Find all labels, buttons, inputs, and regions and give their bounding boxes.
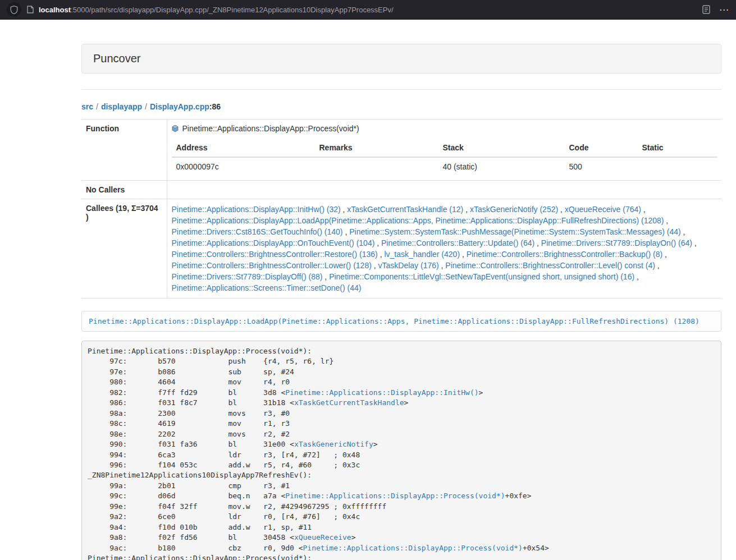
shield-icon[interactable] bbox=[7, 2, 21, 17]
callee-link[interactable]: Pinetime::System::SystemTask::PushMessag… bbox=[349, 227, 681, 236]
column-address: Address bbox=[172, 139, 315, 157]
highlighted-symbol-box: Pinetime::Applications::DisplayApp::Load… bbox=[81, 311, 721, 332]
callee-link[interactable]: Pinetime::Applications::DisplayApp::OnTo… bbox=[172, 238, 375, 247]
code-text: Pinetime::Applications::DisplayApp::Proc… bbox=[88, 347, 312, 355]
callee-separator: , bbox=[460, 250, 467, 259]
callee-link[interactable]: Pinetime::Controllers::BrightnessControl… bbox=[445, 261, 655, 270]
breadcrumb-line-number: :86 bbox=[209, 102, 221, 111]
function-line: Pinetime::Applications::DisplayApp::Proc… bbox=[172, 124, 717, 133]
breadcrumb-link-file[interactable]: DisplayApp.cpp bbox=[150, 102, 209, 111]
callee-separator: , bbox=[463, 205, 470, 214]
callee-separator: , bbox=[662, 250, 667, 259]
code-text: 9ac: b180 cbz r0, 9d0 < bbox=[88, 544, 303, 552]
code-text: 99c: d06d beq.n a7a < bbox=[88, 492, 285, 500]
code-text: 980: 4604 mov r4, r0 bbox=[88, 378, 290, 386]
code-symbol-link[interactable]: xQueueReceive bbox=[294, 533, 351, 541]
remarks-value bbox=[315, 157, 438, 176]
callee-separator: , bbox=[372, 261, 378, 270]
breadcrumb-separator: / bbox=[96, 102, 98, 111]
breadcrumb: src/displayapp/DisplayApp.cpp:86 bbox=[81, 102, 721, 111]
code-text: 98a: 2300 movs r3, #0 bbox=[88, 409, 290, 417]
code-symbol-link[interactable]: Pinetime::Applications::DisplayApp::Proc… bbox=[303, 544, 523, 552]
stack-value: 40 (static) bbox=[438, 157, 565, 176]
page-container: Puncover src/displayapp/DisplayApp.cpp:8… bbox=[81, 44, 721, 560]
code-text: 98c: 4619 mov r1, r3 bbox=[88, 419, 290, 428]
callee-link[interactable]: xTaskGenericNotify (252) bbox=[470, 205, 558, 214]
no-callers-label: No Callers bbox=[81, 181, 167, 199]
code-text: 990: f031 fa36 bl 31e00 < bbox=[88, 440, 294, 448]
callees-cell: Pinetime::Applications::DisplayApp::Init… bbox=[167, 199, 721, 299]
column-remarks: Remarks bbox=[315, 139, 438, 157]
code-symbol-link[interactable]: Pinetime::Applications::DisplayApp::Init… bbox=[285, 388, 478, 397]
no-callers-row: No Callers bbox=[81, 181, 721, 199]
callee-separator: , bbox=[655, 261, 660, 270]
code-text: > bbox=[373, 440, 378, 448]
code-text: 97e: b086 sub sp, #24 bbox=[88, 368, 294, 376]
code-symbol-link[interactable]: Pinetime::Applications::DisplayApp::Proc… bbox=[285, 492, 505, 500]
code-text: 9a4: f10d 010b add.w r1, sp, #11 bbox=[88, 523, 312, 531]
page-title: Puncover bbox=[93, 52, 710, 65]
code-text: > bbox=[351, 533, 356, 541]
callee-separator: , bbox=[322, 272, 329, 281]
callee-link[interactable]: Pinetime::Controllers::Battery::Update()… bbox=[381, 238, 534, 247]
shield-glyph bbox=[10, 6, 18, 14]
code-text: 98e: 2202 movs r2, #2 bbox=[88, 430, 290, 438]
column-static: Static bbox=[638, 139, 717, 157]
toolbar-right: ⋯ bbox=[702, 5, 729, 15]
callee-link[interactable]: Pinetime::Controllers::BrightnessControl… bbox=[172, 261, 372, 270]
callee-separator: , bbox=[343, 227, 350, 236]
callees-list: Pinetime::Applications::DisplayApp::Init… bbox=[172, 204, 717, 293]
callee-separator: , bbox=[439, 261, 446, 270]
code-text: 986: f031 f8c7 bl 31b18 < bbox=[88, 398, 294, 407]
breadcrumb-link-displayapp[interactable]: displayapp bbox=[101, 102, 142, 111]
highlighted-symbol-link[interactable]: Pinetime::Applications::DisplayApp::Load… bbox=[89, 317, 700, 325]
callee-link[interactable]: Pinetime::Drivers::Cst816S::GetTouchInfo… bbox=[172, 227, 343, 236]
url-text: localhost:5000/path/src/displayapp/Displ… bbox=[39, 6, 394, 14]
callee-separator: , bbox=[692, 238, 697, 247]
callee-link[interactable]: lv_task_handler (420) bbox=[384, 250, 460, 259]
breadcrumb-separator: / bbox=[145, 102, 147, 111]
callee-separator: , bbox=[534, 238, 541, 247]
callees-label: Callees (19, Σ=3704 ) bbox=[81, 199, 167, 299]
code-text: +0x54> bbox=[523, 544, 549, 552]
column-code: Code bbox=[565, 139, 638, 157]
detail-value-row: 0x0000097c 40 (static) 500 bbox=[172, 157, 717, 176]
code-text: 99e: f04f 32ff mov.w r2, #4294967295 ; 0… bbox=[88, 502, 386, 511]
callee-link[interactable]: Pinetime::Drivers::St7789::DisplayOn() (… bbox=[541, 238, 692, 247]
column-stack: Stack bbox=[438, 139, 565, 157]
callee-separator: , bbox=[681, 227, 685, 236]
breadcrumb-link-src[interactable]: src bbox=[81, 102, 93, 111]
callee-link[interactable]: Pinetime::Components::LittleVgl::SetNewT… bbox=[329, 272, 634, 281]
callee-link[interactable]: Pinetime::Applications::DisplayApp::Init… bbox=[172, 205, 341, 214]
reader-view-icon[interactable] bbox=[702, 5, 710, 14]
callee-link[interactable]: Pinetime::Controllers::BrightnessControl… bbox=[467, 250, 662, 259]
callees-row: Callees (19, Σ=3704 ) Pinetime::Applicat… bbox=[81, 199, 721, 299]
callee-separator: , bbox=[378, 250, 385, 259]
function-cell: Pinetime::Applications::DisplayApp::Proc… bbox=[167, 120, 721, 181]
code-size-value: 500 bbox=[565, 157, 638, 176]
code-text: > bbox=[404, 398, 409, 407]
browser-toolbar: localhost:5000/path/src/displayapp/Displ… bbox=[0, 0, 736, 20]
callee-link[interactable]: Pinetime::Applications::DisplayApp::Load… bbox=[172, 216, 664, 225]
url-bar[interactable]: localhost:5000/path/src/displayapp/Displ… bbox=[27, 6, 696, 14]
function-icon bbox=[172, 125, 179, 132]
callee-link[interactable]: xTaskGetCurrentTaskHandle (12) bbox=[347, 205, 463, 214]
callee-link[interactable]: xQueueReceive (764) bbox=[565, 205, 641, 214]
code-text: 97c: b570 push {r4, r5, r6, lr} bbox=[88, 357, 333, 365]
address-value: 0x0000097c bbox=[172, 157, 315, 176]
callee-separator: , bbox=[341, 205, 348, 214]
menu-icon[interactable]: ⋯ bbox=[719, 5, 729, 15]
callee-separator: , bbox=[374, 238, 381, 247]
callee-link[interactable]: vTaskDelay (176) bbox=[378, 261, 439, 270]
function-detail-table: Address Remarks Stack Code Static 0x0000… bbox=[172, 139, 717, 176]
detail-header-row: Address Remarks Stack Code Static bbox=[172, 139, 717, 157]
callee-link[interactable]: Pinetime::Applications::Screens::Timer::… bbox=[172, 283, 362, 292]
callee-link[interactable]: Pinetime::Controllers::BrightnessControl… bbox=[172, 250, 378, 259]
code-text: 99a: 2b01 cmp r3, #1 bbox=[88, 481, 290, 490]
callee-separator: , bbox=[641, 205, 646, 214]
callee-separator: , bbox=[558, 205, 565, 214]
callee-link[interactable]: Pinetime::Drivers::St7789::DisplayOff() … bbox=[172, 272, 323, 281]
code-symbol-link[interactable]: xTaskGenericNotify bbox=[294, 440, 373, 448]
code-symbol-link[interactable]: xTaskGetCurrentTaskHandle bbox=[294, 398, 404, 407]
divider bbox=[81, 89, 721, 90]
